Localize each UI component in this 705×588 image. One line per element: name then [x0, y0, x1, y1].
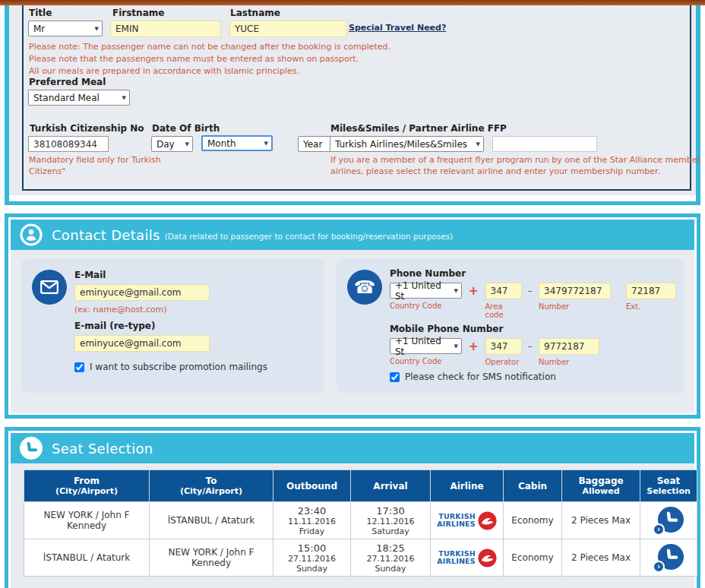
email-retype-input[interactable]: [74, 335, 210, 352]
ext-input[interactable]: [626, 283, 676, 299]
citizenship-input[interactable]: [28, 136, 109, 152]
mobile-phone-label: Mobile Phone Number: [390, 324, 676, 334]
col-arrival: Arrival: [351, 470, 431, 502]
citizenship-note-line2: Citizens": [29, 166, 65, 176]
outbound-cell: 15:00 27.11.2016 Sunday: [273, 539, 351, 577]
phone-country-code-label: Country Code: [390, 302, 462, 310]
col-baggage: BaggageAllowed: [562, 470, 640, 502]
chevron-down-icon: ▼: [95, 26, 99, 32]
baggage-cell: 2 Pieces Max: [562, 539, 640, 577]
area-code-input[interactable]: [485, 283, 522, 299]
phone-number-label: Phone Number: [390, 268, 676, 279]
lastname-input[interactable]: [229, 21, 347, 37]
chevron-down-icon: ▼: [122, 95, 126, 101]
dob-label: Date Of Birth: [152, 123, 220, 134]
mobile-number-input[interactable]: [539, 338, 599, 355]
turkish-airlines-logo: TURKISHAIRLINES: [434, 548, 500, 567]
col-cabin: Cabin: [504, 470, 562, 502]
cabin-cell: Economy: [504, 502, 562, 539]
email-hint: (ex: name@host.com): [74, 305, 267, 315]
phone-country-select[interactable]: +1 United St ▼: [390, 283, 462, 299]
plus-sign: +: [469, 284, 479, 298]
area-code-label: Area code: [485, 302, 522, 319]
top-accent-bar: [0, 0, 705, 5]
chevron-down-icon: ▼: [185, 141, 189, 147]
chevron-down-icon: ▼: [264, 141, 268, 147]
title-select[interactable]: Mr ▼: [28, 21, 103, 36]
from-cell: NEW YORK / John F Kennedy: [24, 502, 150, 539]
firstname-input[interactable]: [110, 21, 221, 37]
firstname-label: Firstname: [112, 8, 164, 18]
seat-selection-title: Seat Selection: [52, 441, 153, 457]
dob-day-select[interactable]: Day ▼: [151, 136, 193, 152]
flight-table: From(City/Airport) To(City/Airport) Outb…: [24, 469, 697, 577]
ffp-number-input[interactable]: [492, 136, 597, 152]
person-icon: [20, 223, 43, 246]
email-retype-label: E-mail (re-type): [74, 321, 267, 331]
col-from: From(City/Airport): [24, 470, 150, 502]
operator-label: Operator: [485, 358, 522, 366]
ffp-note-line2: airlines, please select the relevant air…: [330, 166, 660, 176]
turkish-airlines-bird-icon: [478, 511, 497, 530]
arrival-cell: 18:25 27.11.2016 Sunday: [351, 539, 431, 577]
ffp-airline-select[interactable]: Turkish Airlines/Miles&Smiles ▼: [330, 136, 484, 152]
phone-card: ☎ Phone Number +1 United St ▼ Country Co…: [337, 259, 684, 393]
contact-details-section: Contact Details (Data related to passeng…: [5, 213, 700, 419]
baggage-cell: 2 Pieces Max: [562, 502, 640, 539]
cabin-cell: Economy: [504, 539, 562, 577]
seat-selection-cell: ›: [640, 539, 697, 577]
dash: –: [528, 340, 533, 352]
subscribe-checkbox[interactable]: [74, 362, 84, 372]
passenger-details-section: Title Firstname Lastname Mr ▼ Special Tr…: [5, 5, 700, 205]
mobile-number-label: Number: [539, 358, 599, 366]
lastname-label: Lastname: [230, 8, 280, 18]
seat-selection-icon[interactable]: ›: [653, 543, 684, 572]
passenger-note-2: Please note that the passengers name mus…: [29, 54, 359, 64]
sms-checkbox[interactable]: [390, 372, 400, 382]
chevron-down-icon: ▼: [476, 141, 480, 147]
ffp-label: Miles&Smiles / Partner Airline FFP: [330, 123, 507, 134]
mobile-country-code-label: Country Code: [390, 357, 462, 365]
airline-cell: TURKISHAIRLINES: [431, 502, 504, 539]
passenger-form-panel: Title Firstname Lastname Mr ▼ Special Tr…: [22, 5, 691, 191]
preferred-meal-label: Preferred Meal: [29, 77, 106, 87]
dob-month-select[interactable]: Month ▼: [201, 135, 273, 151]
from-cell: İSTANBUL / Ataturk: [24, 539, 150, 577]
seat-selection-icon[interactable]: ›: [653, 506, 684, 535]
passenger-note-1: Please note: The passenger name can not …: [29, 42, 390, 52]
col-outbound: Outbound: [273, 470, 351, 502]
special-travel-need-link[interactable]: Special Travel Need?: [349, 23, 446, 33]
chevron-down-icon: ▼: [454, 288, 458, 294]
email-card: E-Mail (ex: name@host.com) E-mail (re-ty…: [21, 259, 324, 393]
airline-cell: TURKISHAIRLINES: [431, 539, 504, 577]
seat-selection-section: Seat Selection From(City/Airport) To(Cit…: [5, 427, 700, 588]
citizenship-note-line1: Mandatory field only for Turkish: [29, 155, 161, 165]
plus-sign: +: [469, 340, 479, 353]
phone-icon: ☎: [347, 270, 382, 305]
phone-number-input[interactable]: [539, 283, 611, 299]
turkish-airlines-logo: TURKISHAIRLINES: [434, 511, 500, 530]
seat-selection-header: Seat Selection: [11, 433, 694, 463]
title-label: Title: [29, 8, 52, 18]
table-row: NEW YORK / John F Kennedy İSTANBUL / Ata…: [24, 502, 697, 539]
mail-icon: [32, 270, 67, 305]
outbound-cell: 23:40 11.11.2016 Friday: [273, 502, 351, 539]
chevron-down-icon: ▼: [454, 343, 458, 349]
operator-input[interactable]: [485, 338, 522, 355]
to-cell: NEW YORK / John F Kennedy: [150, 539, 273, 577]
col-to: To(City/Airport): [150, 470, 273, 502]
email-input[interactable]: [74, 284, 210, 301]
mobile-country-select[interactable]: +1 United St ▼: [390, 338, 462, 354]
table-row: İSTANBUL / Ataturk NEW YORK / John F Ken…: [24, 539, 697, 577]
col-airline: Airline: [431, 470, 504, 502]
col-seat-selection: SeatSelection: [640, 470, 697, 502]
subscribe-label: I want to subscribe promotion mailings: [90, 362, 267, 372]
chevron-right-icon: ›: [653, 523, 665, 536]
passenger-note-3: All our meals are prepared in accordance…: [29, 66, 299, 76]
to-cell: İSTANBUL / Ataturk: [150, 502, 273, 539]
sms-label: Please check for SMS notification: [405, 371, 556, 382]
preferred-meal-select[interactable]: Standard Meal ▼: [28, 90, 130, 106]
table-header-row: From(City/Airport) To(City/Airport) Outb…: [24, 470, 697, 502]
citizenship-label: Turkish Citizenship No: [30, 123, 144, 134]
contact-details-title: Contact Details: [52, 227, 160, 243]
